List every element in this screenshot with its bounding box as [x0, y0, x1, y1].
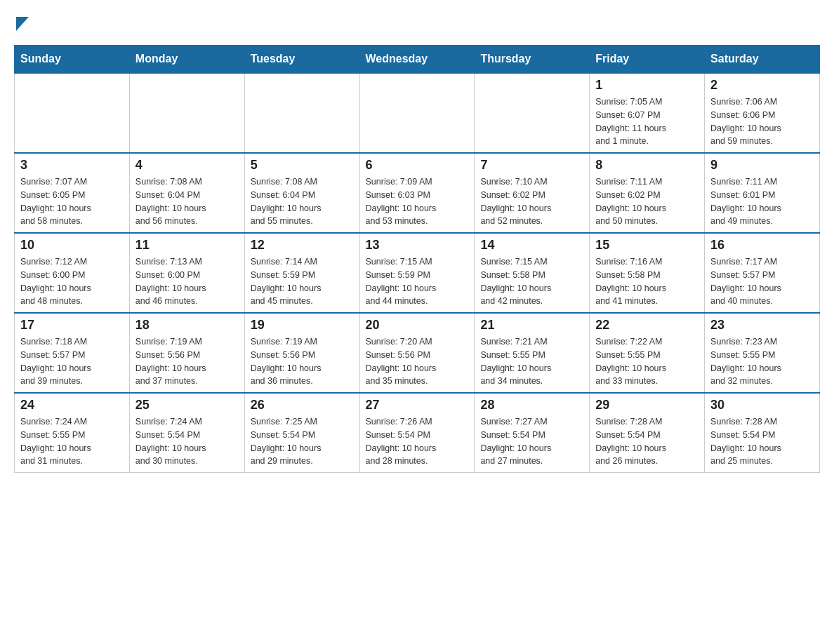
day-number: 23 [710, 318, 814, 333]
day-info: Sunrise: 7:19 AM Sunset: 5:56 PM Dayligh… [251, 335, 354, 388]
day-number: 27 [366, 398, 469, 412]
calendar-day-cell: 4Sunrise: 7:08 AM Sunset: 6:04 PM Daylig… [129, 153, 244, 233]
day-number: 8 [595, 158, 699, 173]
day-info: Sunrise: 7:17 AM Sunset: 5:57 PM Dayligh… [710, 255, 814, 308]
day-info: Sunrise: 7:28 AM Sunset: 5:54 PM Dayligh… [595, 415, 699, 468]
calendar-day-cell: 23Sunrise: 7:23 AM Sunset: 5:55 PM Dayli… [705, 313, 820, 393]
day-number: 28 [480, 398, 583, 412]
day-number: 13 [366, 238, 469, 253]
day-info: Sunrise: 7:19 AM Sunset: 5:56 PM Dayligh… [135, 335, 239, 388]
day-number: 1 [595, 78, 699, 93]
calendar-table: SundayMondayTuesdayWednesdayThursdayFrid… [14, 45, 820, 473]
calendar-day-cell: 22Sunrise: 7:22 AM Sunset: 5:55 PM Dayli… [590, 313, 705, 393]
day-info: Sunrise: 7:11 AM Sunset: 6:01 PM Dayligh… [710, 175, 814, 228]
day-number: 9 [710, 158, 814, 173]
calendar-day-cell: 12Sunrise: 7:14 AM Sunset: 5:59 PM Dayli… [244, 233, 359, 313]
day-info: Sunrise: 7:21 AM Sunset: 5:55 PM Dayligh… [480, 335, 583, 388]
day-number: 20 [366, 318, 469, 333]
day-number: 22 [595, 318, 699, 333]
column-header-sunday: Sunday [15, 46, 130, 74]
day-info: Sunrise: 7:27 AM Sunset: 5:54 PM Dayligh… [480, 415, 583, 468]
day-info: Sunrise: 7:15 AM Sunset: 5:59 PM Dayligh… [366, 255, 469, 308]
column-header-wednesday: Wednesday [359, 46, 475, 74]
day-info: Sunrise: 7:08 AM Sunset: 6:04 PM Dayligh… [251, 175, 354, 228]
calendar-day-cell: 17Sunrise: 7:18 AM Sunset: 5:57 PM Dayli… [15, 313, 130, 393]
calendar-day-cell: 11Sunrise: 7:13 AM Sunset: 6:00 PM Dayli… [129, 233, 244, 313]
day-info: Sunrise: 7:13 AM Sunset: 6:00 PM Dayligh… [135, 255, 239, 308]
day-info: Sunrise: 7:12 AM Sunset: 6:00 PM Dayligh… [20, 255, 124, 308]
calendar-day-cell: 6Sunrise: 7:09 AM Sunset: 6:03 PM Daylig… [359, 153, 475, 233]
calendar-day-cell: 7Sunrise: 7:10 AM Sunset: 6:02 PM Daylig… [475, 153, 590, 233]
calendar-day-cell [475, 73, 590, 153]
column-header-saturday: Saturday [705, 46, 820, 74]
day-info: Sunrise: 7:06 AM Sunset: 6:06 PM Dayligh… [710, 95, 814, 148]
day-number: 16 [710, 238, 814, 253]
calendar-day-cell: 5Sunrise: 7:08 AM Sunset: 6:04 PM Daylig… [244, 153, 359, 233]
calendar-day-cell: 20Sunrise: 7:20 AM Sunset: 5:56 PM Dayli… [359, 313, 475, 393]
day-number: 15 [595, 238, 699, 253]
day-number: 11 [135, 238, 239, 253]
calendar-week-row: 1Sunrise: 7:05 AM Sunset: 6:07 PM Daylig… [15, 73, 820, 153]
page-header [14, 14, 820, 31]
calendar-week-row: 3Sunrise: 7:07 AM Sunset: 6:05 PM Daylig… [15, 153, 820, 233]
day-number: 14 [480, 238, 583, 253]
day-info: Sunrise: 7:15 AM Sunset: 5:58 PM Dayligh… [480, 255, 583, 308]
calendar-day-cell: 14Sunrise: 7:15 AM Sunset: 5:58 PM Dayli… [475, 233, 590, 313]
calendar-day-cell: 21Sunrise: 7:21 AM Sunset: 5:55 PM Dayli… [475, 313, 590, 393]
day-info: Sunrise: 7:11 AM Sunset: 6:02 PM Dayligh… [595, 175, 699, 228]
calendar-day-cell: 24Sunrise: 7:24 AM Sunset: 5:55 PM Dayli… [15, 393, 130, 473]
column-header-thursday: Thursday [475, 46, 590, 74]
calendar-day-cell: 18Sunrise: 7:19 AM Sunset: 5:56 PM Dayli… [129, 313, 244, 393]
calendar-day-cell: 16Sunrise: 7:17 AM Sunset: 5:57 PM Dayli… [705, 233, 820, 313]
calendar-day-cell [15, 73, 130, 153]
calendar-day-cell: 28Sunrise: 7:27 AM Sunset: 5:54 PM Dayli… [475, 393, 590, 473]
day-number: 5 [251, 158, 354, 173]
day-info: Sunrise: 7:23 AM Sunset: 5:55 PM Dayligh… [710, 335, 814, 388]
day-number: 2 [710, 78, 814, 93]
calendar-day-cell [129, 73, 244, 153]
calendar-day-cell: 9Sunrise: 7:11 AM Sunset: 6:01 PM Daylig… [705, 153, 820, 233]
column-header-monday: Monday [129, 46, 244, 74]
day-info: Sunrise: 7:24 AM Sunset: 5:54 PM Dayligh… [135, 415, 239, 468]
day-info: Sunrise: 7:14 AM Sunset: 5:59 PM Dayligh… [251, 255, 354, 308]
calendar-day-cell: 29Sunrise: 7:28 AM Sunset: 5:54 PM Dayli… [590, 393, 705, 473]
calendar-day-cell: 10Sunrise: 7:12 AM Sunset: 6:00 PM Dayli… [15, 233, 130, 313]
calendar-day-cell: 8Sunrise: 7:11 AM Sunset: 6:02 PM Daylig… [590, 153, 705, 233]
day-info: Sunrise: 7:26 AM Sunset: 5:54 PM Dayligh… [366, 415, 469, 468]
day-info: Sunrise: 7:20 AM Sunset: 5:56 PM Dayligh… [366, 335, 469, 388]
calendar-week-row: 24Sunrise: 7:24 AM Sunset: 5:55 PM Dayli… [15, 393, 820, 473]
day-number: 19 [251, 318, 354, 333]
calendar-day-cell: 26Sunrise: 7:25 AM Sunset: 5:54 PM Dayli… [244, 393, 359, 473]
day-info: Sunrise: 7:07 AM Sunset: 6:05 PM Dayligh… [20, 175, 124, 228]
day-info: Sunrise: 7:09 AM Sunset: 6:03 PM Dayligh… [366, 175, 469, 228]
day-info: Sunrise: 7:08 AM Sunset: 6:04 PM Dayligh… [135, 175, 239, 228]
day-number: 4 [135, 158, 239, 173]
calendar-header-row: SundayMondayTuesdayWednesdayThursdayFrid… [15, 46, 820, 74]
day-info: Sunrise: 7:18 AM Sunset: 5:57 PM Dayligh… [20, 335, 124, 388]
calendar-week-row: 10Sunrise: 7:12 AM Sunset: 6:00 PM Dayli… [15, 233, 820, 313]
day-number: 3 [20, 158, 124, 173]
day-number: 10 [20, 238, 124, 253]
day-info: Sunrise: 7:28 AM Sunset: 5:54 PM Dayligh… [710, 415, 814, 468]
day-info: Sunrise: 7:05 AM Sunset: 6:07 PM Dayligh… [595, 95, 699, 148]
day-number: 25 [135, 398, 239, 412]
day-number: 21 [480, 318, 583, 333]
calendar-day-cell [359, 73, 475, 153]
calendar-day-cell: 15Sunrise: 7:16 AM Sunset: 5:58 PM Dayli… [590, 233, 705, 313]
day-number: 12 [251, 238, 354, 253]
column-header-tuesday: Tuesday [244, 46, 359, 74]
day-number: 30 [710, 398, 814, 412]
day-info: Sunrise: 7:22 AM Sunset: 5:55 PM Dayligh… [595, 335, 699, 388]
day-number: 7 [480, 158, 583, 173]
svg-marker-0 [16, 17, 29, 31]
calendar-day-cell: 27Sunrise: 7:26 AM Sunset: 5:54 PM Dayli… [359, 393, 475, 473]
logo [14, 14, 29, 31]
calendar-day-cell: 19Sunrise: 7:19 AM Sunset: 5:56 PM Dayli… [244, 313, 359, 393]
calendar-day-cell: 25Sunrise: 7:24 AM Sunset: 5:54 PM Dayli… [129, 393, 244, 473]
calendar-day-cell: 30Sunrise: 7:28 AM Sunset: 5:54 PM Dayli… [705, 393, 820, 473]
column-header-friday: Friday [590, 46, 705, 74]
day-number: 6 [366, 158, 469, 173]
day-info: Sunrise: 7:16 AM Sunset: 5:58 PM Dayligh… [595, 255, 699, 308]
day-number: 24 [20, 398, 124, 412]
day-number: 26 [251, 398, 354, 412]
